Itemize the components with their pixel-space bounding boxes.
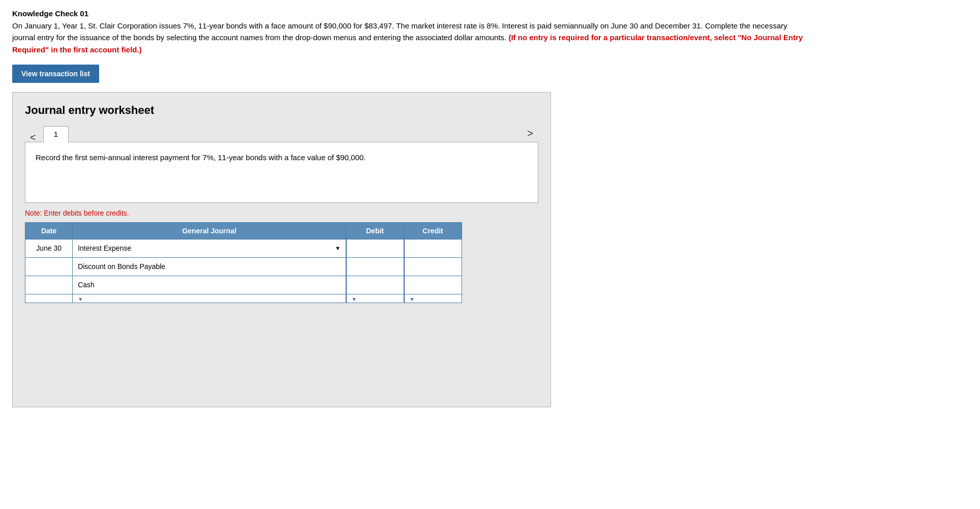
credit-cell-4[interactable]: ▼ — [404, 294, 462, 303]
note-text: Note: Enter debits before credits. — [25, 209, 538, 217]
nav-right-arrow[interactable]: > — [522, 128, 538, 138]
credit-cell-3[interactable] — [404, 276, 462, 294]
debit-cell-1[interactable] — [346, 239, 404, 257]
knowledge-check-title: Knowledge Check 01 — [12, 9, 968, 18]
date-cell-1: June 30 — [25, 239, 73, 257]
account-cell-2[interactable]: Discount on Bonds Payable — [73, 257, 346, 276]
credit-cell-2[interactable] — [404, 257, 462, 276]
account-cell-3[interactable]: Cash — [73, 276, 346, 294]
account-cell-1[interactable]: Interest Expense ▼ — [73, 239, 346, 257]
intro-text: On January 1, Year 1, St. Clair Corporat… — [12, 20, 805, 55]
col-header-debit: Debit — [346, 222, 404, 239]
journal-table: Date General Journal Debit Credit June 3… — [25, 222, 462, 303]
col-header-credit: Credit — [404, 222, 462, 239]
nav-left-arrow[interactable]: < — [25, 132, 41, 142]
worksheet-title: Journal entry worksheet — [25, 104, 538, 117]
account-cell-4[interactable]: ▼ — [73, 294, 346, 303]
table-row: Discount on Bonds Payable — [25, 257, 462, 276]
view-transaction-button[interactable]: View transaction list — [12, 65, 99, 83]
table-row-empty: ▼ ▼ ▼ — [25, 294, 462, 303]
bottom-arrow-debit: ▼ — [352, 296, 357, 302]
bottom-arrow-credit: ▼ — [410, 296, 415, 302]
credit-cell-1[interactable] — [404, 239, 462, 257]
date-cell-4 — [25, 294, 73, 303]
table-row: Cash — [25, 276, 462, 294]
table-row: June 30 Interest Expense ▼ — [25, 239, 462, 257]
debit-cell-3[interactable] — [346, 276, 404, 294]
description-box: Record the first semi-annual interest pa… — [25, 142, 538, 203]
account-name-1: Interest Expense — [78, 244, 131, 252]
bottom-arrow-journal: ▼ — [78, 296, 83, 302]
tab-1[interactable]: 1 — [43, 126, 69, 142]
tab-navigation: < 1 > — [25, 126, 538, 142]
col-header-date: Date — [25, 222, 73, 239]
debit-cell-4[interactable]: ▼ — [346, 294, 404, 303]
col-header-journal: General Journal — [73, 222, 346, 239]
dropdown-arrow-1[interactable]: ▼ — [335, 245, 341, 251]
date-cell-2 — [25, 257, 73, 276]
date-cell-3 — [25, 276, 73, 294]
account-name-3: Cash — [78, 281, 95, 289]
account-name-2: Discount on Bonds Payable — [78, 262, 165, 271]
debit-cell-2[interactable] — [346, 257, 404, 276]
table-header-row: Date General Journal Debit Credit — [25, 222, 462, 239]
worksheet-container: Journal entry worksheet < 1 > Record the… — [12, 92, 551, 407]
